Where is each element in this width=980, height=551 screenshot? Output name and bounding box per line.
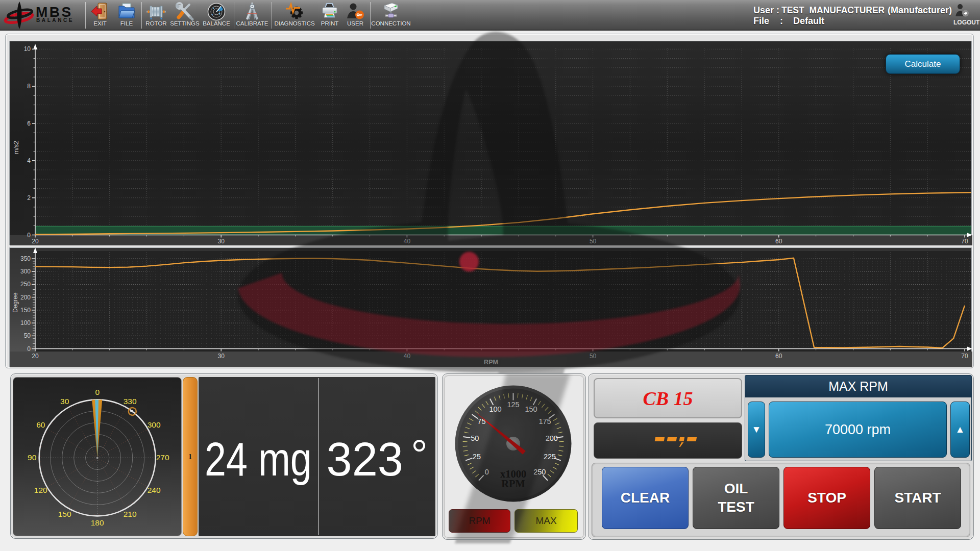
svg-text:0: 0 xyxy=(95,388,100,396)
svg-text:Degree: Degree xyxy=(12,292,19,313)
svg-text:270: 270 xyxy=(156,453,169,462)
svg-text:8: 8 xyxy=(27,83,31,90)
svg-text:100: 100 xyxy=(20,319,31,327)
svg-text:200: 200 xyxy=(20,294,31,301)
svg-text:10: 10 xyxy=(24,45,31,53)
svg-text:150: 150 xyxy=(20,307,31,314)
svg-text:300: 300 xyxy=(148,420,161,429)
svg-text:60: 60 xyxy=(36,420,45,429)
svg-text:300: 300 xyxy=(20,268,31,275)
svg-text:50: 50 xyxy=(24,332,31,339)
svg-text:0: 0 xyxy=(27,232,31,239)
svg-text:90: 90 xyxy=(28,453,37,462)
svg-text:250: 250 xyxy=(20,281,31,288)
svg-text:50: 50 xyxy=(590,353,597,360)
svg-text:30: 30 xyxy=(218,238,225,245)
svg-text:330: 330 xyxy=(124,397,137,406)
svg-text:180: 180 xyxy=(91,518,104,527)
svg-text:30: 30 xyxy=(60,397,69,406)
svg-text:60: 60 xyxy=(775,353,782,360)
svg-text:70: 70 xyxy=(961,238,968,245)
svg-text:150: 150 xyxy=(58,510,71,518)
svg-text:4: 4 xyxy=(27,157,31,164)
svg-text:70: 70 xyxy=(961,353,968,360)
svg-text:350: 350 xyxy=(20,255,31,262)
svg-text:20: 20 xyxy=(32,353,39,360)
svg-text:60: 60 xyxy=(775,238,782,245)
svg-text:2: 2 xyxy=(27,194,31,202)
svg-text:240: 240 xyxy=(148,486,161,494)
svg-text:RPM: RPM xyxy=(484,359,498,366)
svg-text:40: 40 xyxy=(404,238,411,245)
svg-text:40: 40 xyxy=(404,353,411,360)
svg-text:50: 50 xyxy=(590,238,597,245)
svg-text:120: 120 xyxy=(34,486,47,494)
svg-text:0: 0 xyxy=(27,345,31,353)
svg-text:30: 30 xyxy=(218,353,225,360)
svg-text:20: 20 xyxy=(32,238,39,245)
svg-text:210: 210 xyxy=(124,510,137,518)
svg-text:6: 6 xyxy=(27,120,31,127)
svg-text:m/s2: m/s2 xyxy=(13,141,20,154)
